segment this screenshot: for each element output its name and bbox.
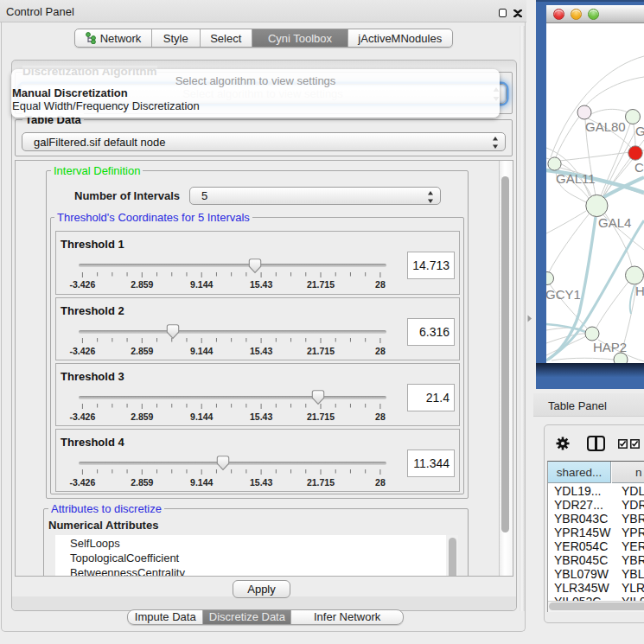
svg-text:GCY1: GCY1 [546,287,581,302]
svg-text:GAL4: GAL4 [598,215,631,230]
svg-text:HI: HI [635,284,644,298]
svg-text:GAL80: GAL80 [585,119,626,134]
svg-text:GAL11: GAL11 [556,171,596,186]
svg-text:CR: CR [634,160,644,175]
svg-text:HAP2: HAP2 [593,340,627,354]
svg-text:GA: GA [635,124,644,138]
